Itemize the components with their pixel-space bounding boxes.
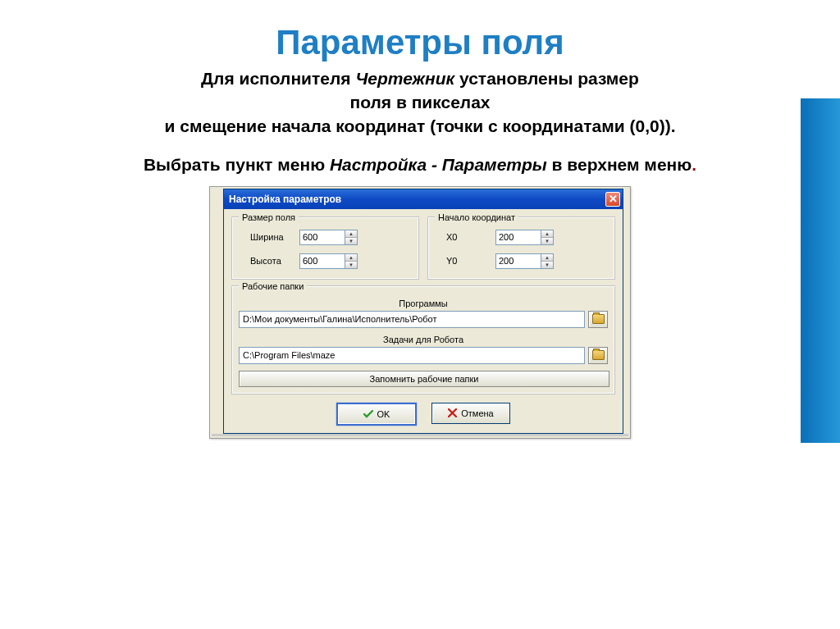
- programs-browse-button[interactable]: [588, 311, 608, 328]
- page-subtitle: Для исполнителя Чертежник установлены ра…: [0, 67, 840, 139]
- x0-down-icon[interactable]: ▼: [541, 238, 553, 244]
- height-input[interactable]: [299, 253, 345, 269]
- height-up-icon[interactable]: ▲: [345, 254, 357, 262]
- x0-input[interactable]: [495, 230, 541, 245]
- height-label: Высота: [240, 256, 299, 266]
- page-instruction: Выбрать пункт меню Настройка - Параметры…: [0, 155, 840, 175]
- working-folders-group: Программы Задачи для Робота: [231, 286, 615, 394]
- remember-folders-button[interactable]: Запомнить рабочие папки: [239, 371, 609, 387]
- width-spinner[interactable]: ▲ ▼: [299, 230, 358, 245]
- close-icon: ✕: [609, 193, 618, 205]
- programs-path-input[interactable]: [239, 311, 585, 328]
- folder-icon: [592, 314, 605, 324]
- page-title: Параметры поля: [0, 23, 840, 62]
- close-button[interactable]: ✕: [605, 192, 620, 207]
- y0-spinner[interactable]: ▲ ▼: [495, 253, 554, 269]
- panel-strip: [212, 434, 628, 436]
- dialog-titlebar[interactable]: Настройка параметров ✕: [224, 189, 623, 209]
- side-accent-bar: [801, 98, 840, 443]
- y0-down-icon[interactable]: ▼: [541, 262, 553, 268]
- cross-icon: [448, 408, 457, 417]
- outer-panel: Настройка параметров ✕ Ширина: [209, 186, 631, 439]
- programs-label: Программы: [239, 299, 608, 308]
- x0-label: X0: [436, 232, 495, 242]
- tasks-browse-button[interactable]: [588, 347, 608, 364]
- settings-dialog: Настройка параметров ✕ Ширина: [223, 189, 623, 434]
- ok-button[interactable]: OK: [336, 403, 417, 426]
- y0-input[interactable]: [495, 253, 541, 269]
- check-icon: [363, 410, 373, 418]
- tasks-label: Задачи для Робота: [239, 335, 608, 344]
- tasks-path-input[interactable]: [239, 347, 585, 364]
- height-spinner[interactable]: ▲ ▼: [299, 253, 358, 269]
- width-label: Ширина: [240, 232, 299, 242]
- y0-up-icon[interactable]: ▲: [541, 254, 553, 262]
- x0-up-icon[interactable]: ▲: [541, 230, 553, 238]
- width-up-icon[interactable]: ▲: [345, 230, 357, 238]
- cancel-button[interactable]: Отмена: [431, 403, 510, 424]
- width-input[interactable]: [299, 230, 345, 245]
- height-down-icon[interactable]: ▼: [345, 262, 357, 268]
- x0-spinner[interactable]: ▲ ▼: [495, 230, 554, 245]
- folder-icon: [592, 350, 605, 360]
- origin-group: X0 ▲ ▼ Y0: [427, 217, 615, 280]
- y0-label: Y0: [436, 256, 495, 266]
- dialog-title: Настройка параметров: [229, 194, 341, 205]
- width-down-icon[interactable]: ▼: [345, 238, 357, 244]
- field-size-group: Ширина ▲ ▼ Высота: [231, 217, 419, 280]
